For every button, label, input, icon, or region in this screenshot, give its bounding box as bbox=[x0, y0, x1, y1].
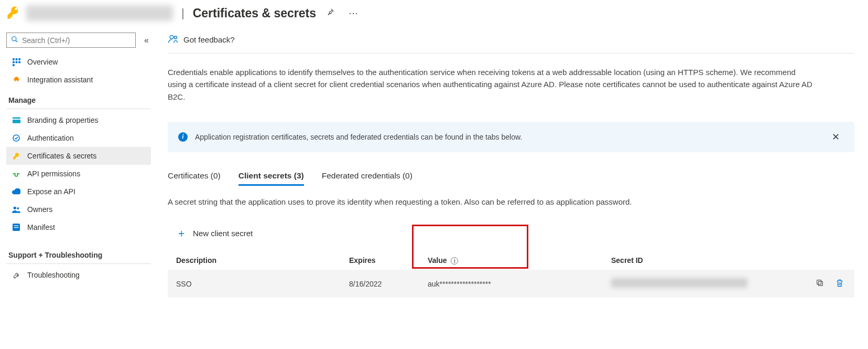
sidebar-item-expose-api[interactable]: Expose an API bbox=[6, 183, 151, 200]
new-client-secret-button[interactable]: ＋ New client secret bbox=[171, 222, 258, 245]
dismiss-banner-button[interactable]: ✕ bbox=[828, 129, 844, 145]
svg-rect-2 bbox=[13, 58, 15, 60]
tab-certificates[interactable]: Certificates (0) bbox=[168, 168, 221, 186]
svg-point-12 bbox=[14, 207, 16, 209]
copy-icon bbox=[816, 279, 824, 289]
page-title: Certificates & secrets bbox=[193, 6, 316, 20]
cloud-icon bbox=[12, 188, 21, 195]
svg-rect-19 bbox=[818, 282, 822, 286]
sidebar-item-label: Authentication bbox=[27, 134, 74, 142]
more-icon: ⋯ bbox=[349, 7, 358, 19]
svg-rect-15 bbox=[14, 226, 19, 226]
table-row: SSO 8/16/2022 auk****************** bbox=[168, 270, 854, 298]
sidebar-item-certificates-secrets[interactable]: Certificates & secrets bbox=[6, 147, 151, 165]
more-button[interactable]: ⋯ bbox=[344, 4, 362, 22]
sidebar-group-manage: Manage bbox=[6, 89, 151, 109]
trash-icon bbox=[836, 278, 844, 289]
rocket-icon bbox=[12, 76, 21, 84]
key-icon bbox=[6, 5, 21, 22]
table-header: Description Expires Value i Secret ID bbox=[168, 251, 854, 270]
sidebar-item-integration-assistant[interactable]: Integration assistant bbox=[6, 71, 151, 89]
svg-point-18 bbox=[175, 36, 177, 39]
info-tooltip-icon[interactable]: i bbox=[451, 257, 458, 265]
svg-rect-10 bbox=[13, 119, 20, 120]
new-client-secret-label: New client secret bbox=[193, 229, 253, 238]
feedback-link[interactable]: Got feedback? bbox=[168, 28, 854, 54]
sidebar-item-label: API permissions bbox=[27, 170, 80, 178]
cell-description: SSO bbox=[176, 280, 349, 288]
feedback-icon bbox=[168, 34, 178, 46]
auth-icon bbox=[12, 134, 21, 142]
info-icon: i bbox=[178, 132, 188, 142]
card-icon bbox=[12, 117, 21, 123]
sidebar-item-troubleshooting[interactable]: Troubleshooting bbox=[6, 266, 151, 284]
sidebar-item-label: Manifest bbox=[27, 223, 55, 231]
col-description: Description bbox=[176, 256, 349, 265]
tabs: Certificates (0) Client secrets (3) Fede… bbox=[168, 168, 854, 186]
svg-rect-8 bbox=[13, 64, 15, 66]
sidebar-item-label: Expose an API bbox=[27, 187, 75, 196]
manifest-icon bbox=[12, 224, 21, 231]
svg-point-0 bbox=[12, 37, 16, 41]
sidebar-item-label: Overview bbox=[27, 58, 58, 66]
pin-button[interactable] bbox=[321, 4, 339, 22]
svg-rect-6 bbox=[15, 61, 17, 63]
title-divider: | bbox=[181, 6, 185, 20]
permissions-icon bbox=[12, 170, 21, 177]
chevron-double-left-icon: « bbox=[144, 36, 149, 45]
tab-description: A secret string that the application use… bbox=[168, 197, 854, 206]
svg-point-13 bbox=[17, 207, 19, 209]
sidebar-item-label: Integration assistant bbox=[27, 76, 93, 84]
grid-icon bbox=[12, 58, 21, 66]
plus-icon: ＋ bbox=[176, 226, 187, 240]
credentials-description: Credentials enable applications to ident… bbox=[168, 66, 812, 103]
sidebar-item-manifest[interactable]: Manifest bbox=[6, 218, 151, 236]
delete-button[interactable] bbox=[833, 276, 846, 291]
app-name-redacted bbox=[26, 5, 173, 21]
pin-icon bbox=[326, 8, 334, 19]
search-box[interactable] bbox=[6, 33, 136, 48]
col-expires: Expires bbox=[349, 256, 428, 265]
sidebar-item-branding[interactable]: Branding & properties bbox=[6, 111, 151, 129]
col-secret-id: Secret ID bbox=[611, 256, 804, 265]
sidebar-item-owners[interactable]: Owners bbox=[6, 200, 151, 218]
sidebar-item-label: Certificates & secrets bbox=[27, 152, 96, 160]
secret-id-redacted bbox=[611, 278, 747, 288]
info-banner: i Application registration certificates,… bbox=[168, 122, 854, 152]
svg-rect-4 bbox=[18, 58, 20, 60]
close-icon: ✕ bbox=[832, 132, 840, 142]
collapse-sidebar-button[interactable]: « bbox=[142, 34, 151, 47]
secrets-table: Description Expires Value i Secret ID SS… bbox=[168, 251, 854, 298]
page-header: | Certificates & secrets ⋯ bbox=[0, 0, 868, 28]
search-icon bbox=[11, 36, 18, 45]
sidebar-item-label: Branding & properties bbox=[27, 116, 98, 124]
col-value: Value i bbox=[428, 256, 611, 265]
cell-secret-id bbox=[611, 278, 804, 289]
info-text: Application registration certificates, s… bbox=[195, 133, 522, 141]
people-icon bbox=[12, 206, 21, 213]
tab-client-secrets[interactable]: Client secrets (3) bbox=[238, 168, 304, 186]
sidebar-item-label: Owners bbox=[27, 205, 52, 214]
svg-line-1 bbox=[16, 40, 18, 43]
svg-rect-20 bbox=[817, 280, 821, 284]
tab-federated-credentials[interactable]: Federated credentials (0) bbox=[322, 168, 413, 186]
svg-rect-9 bbox=[13, 117, 20, 123]
sidebar: « Overview Integration assistant Manage … bbox=[0, 28, 158, 298]
sidebar-group-support: Support + Troubleshooting bbox=[6, 244, 151, 264]
sidebar-item-authentication[interactable]: Authentication bbox=[6, 129, 151, 147]
wrench-icon bbox=[12, 271, 21, 279]
svg-rect-16 bbox=[14, 227, 19, 228]
svg-rect-5 bbox=[13, 61, 15, 63]
search-input[interactable] bbox=[22, 36, 131, 45]
cell-value: auk****************** bbox=[428, 280, 611, 288]
cell-expires: 8/16/2022 bbox=[349, 280, 428, 288]
svg-rect-3 bbox=[15, 58, 17, 60]
main-content: Got feedback? Credentials enable applica… bbox=[158, 28, 868, 298]
sidebar-item-api-permissions[interactable]: API permissions bbox=[6, 165, 151, 183]
sidebar-item-label: Troubleshooting bbox=[27, 271, 80, 279]
sidebar-item-overview[interactable]: Overview bbox=[6, 53, 151, 71]
copy-button[interactable] bbox=[813, 276, 826, 291]
svg-point-17 bbox=[170, 35, 173, 39]
svg-rect-7 bbox=[18, 61, 20, 63]
key-small-icon bbox=[12, 152, 21, 160]
